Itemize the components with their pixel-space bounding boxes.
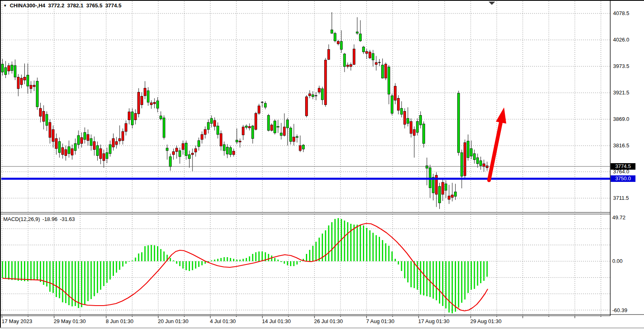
bear-candle <box>17 77 20 88</box>
bull-candle <box>312 95 314 97</box>
chart-canvas[interactable] <box>0 0 644 330</box>
low-value: 3765.5 <box>86 2 103 9</box>
high-value: 3782.1 <box>67 2 83 9</box>
bear-candle <box>486 166 488 168</box>
bull-candle <box>236 140 238 142</box>
bear-candle <box>103 154 105 161</box>
bull-candle <box>36 81 39 107</box>
bear-candle <box>8 66 10 71</box>
bear-candle <box>93 142 96 150</box>
bear-candle <box>308 94 311 96</box>
bull-candle <box>473 154 476 160</box>
bull-candle <box>359 34 362 41</box>
bear-candle <box>410 121 413 133</box>
bear-candle <box>350 65 352 67</box>
bear-candle <box>49 122 51 138</box>
bear-candle <box>33 85 35 87</box>
bear-candle <box>299 146 301 151</box>
bull-candle <box>14 66 16 77</box>
bear-candle <box>337 42 340 44</box>
bull-candle <box>90 138 92 145</box>
bear-candle <box>112 138 115 147</box>
time-tick-label: 17 May 2023 <box>2 318 32 325</box>
bull-candle <box>109 144 111 153</box>
symbol-dropdown-icon: ▼ <box>3 3 7 9</box>
macd-min-label: -60.39 <box>612 307 627 314</box>
bull-candle <box>223 144 225 151</box>
bear-candle <box>242 127 245 135</box>
bull-candle <box>188 155 191 159</box>
bear-candle <box>194 149 197 152</box>
bear-candle <box>233 151 235 155</box>
bear-candle <box>318 88 321 92</box>
bear-candle <box>366 51 368 53</box>
trend-arrow-head[interactable] <box>496 107 506 124</box>
bear-candle <box>220 133 222 146</box>
time-tick-label: 29 Aug 01:30 <box>470 318 502 325</box>
bull-candle <box>372 53 374 60</box>
bull-candle <box>454 192 457 197</box>
bear-candle <box>239 141 241 142</box>
time-tick-label: 29 May 01:30 <box>54 318 86 325</box>
bear-candle <box>464 142 466 176</box>
bear-candle <box>306 97 308 116</box>
bear-candle <box>128 112 131 120</box>
bull-candle <box>340 42 343 50</box>
price-tick-label: 4078.5 <box>613 10 629 17</box>
trend-arrow-shaft[interactable] <box>489 122 501 180</box>
bull-candle <box>419 115 422 125</box>
bull-candle <box>423 124 425 144</box>
bull-candle <box>286 120 289 128</box>
bull-candle <box>480 161 482 166</box>
macd-indicator-header: MACD(12,26,9) -18.96 -31.63 <box>3 216 75 222</box>
bull-candle <box>400 108 403 114</box>
bull-candle <box>445 184 447 190</box>
bull-candle <box>163 118 165 138</box>
bear-candle <box>138 92 140 114</box>
bull-candle <box>185 143 188 156</box>
bull-candle <box>267 115 270 130</box>
bull-candle <box>226 147 229 154</box>
bear-candle <box>115 142 118 144</box>
bear-candle <box>347 65 349 67</box>
bear-candle <box>24 77 26 80</box>
bear-candle <box>30 85 32 89</box>
macd-zero-label: 0.00 <box>612 258 622 264</box>
bull-candle <box>302 145 305 149</box>
price-tick-label: 3869.0 <box>613 116 629 122</box>
bear-candle <box>71 149 73 155</box>
bull-candle <box>245 126 248 127</box>
bull-candle <box>1 64 4 72</box>
bull-candle <box>147 91 149 102</box>
bear-candle <box>293 137 295 142</box>
bull-candle <box>217 126 219 134</box>
bull-candle <box>58 142 61 153</box>
current-price-badge: 3774.5 <box>611 163 635 170</box>
open-value: 3772.2 <box>48 2 64 9</box>
bear-candle <box>249 127 251 128</box>
time-tick-label: 7 Aug 01:30 <box>366 318 394 325</box>
bull-candle <box>207 122 210 129</box>
price-tick-label: 3973.5 <box>613 63 629 70</box>
bear-candle <box>182 144 184 150</box>
time-tick-label: 14 Jul 01:30 <box>262 318 291 325</box>
bear-candle <box>271 125 273 131</box>
time-tick-label: 17 Aug 01:30 <box>418 318 450 325</box>
bull-candle <box>356 32 358 33</box>
bear-candle <box>87 135 89 141</box>
bull-candle <box>470 149 473 156</box>
bull-candle <box>461 153 463 176</box>
price-tick-label: 4026.0 <box>613 37 629 43</box>
bull-candle <box>166 148 168 151</box>
bear-candle <box>20 78 23 85</box>
bull-candle <box>331 30 333 33</box>
bear-candle <box>118 138 121 141</box>
bull-candle <box>321 89 324 100</box>
bear-candle <box>122 131 124 140</box>
bull-candle <box>334 33 336 41</box>
bear-candle <box>141 96 143 105</box>
bear-candle <box>283 127 286 135</box>
bear-candle <box>404 111 406 125</box>
bull-candle <box>280 133 282 135</box>
bear-candle <box>375 63 378 65</box>
